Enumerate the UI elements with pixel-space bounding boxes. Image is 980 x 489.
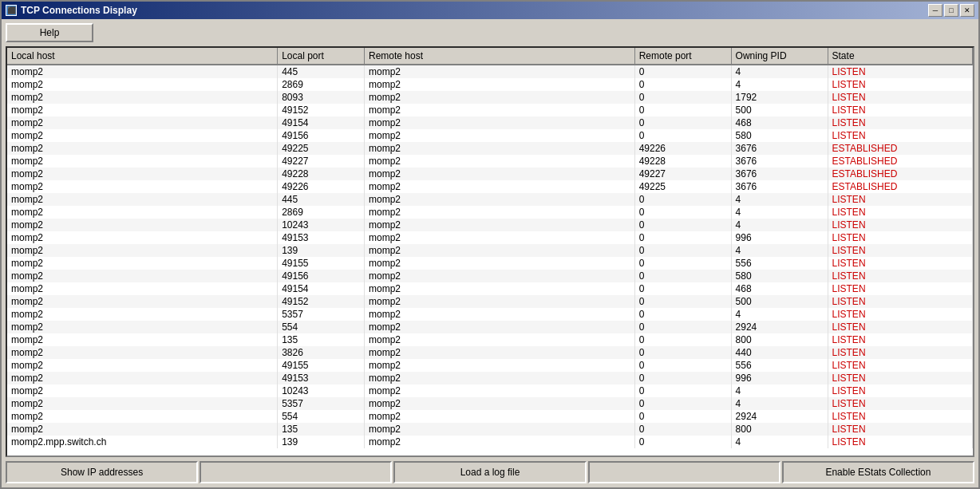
cell-col-remoteport: 0 xyxy=(634,372,731,384)
table-row[interactable]: momp249155momp20556LISTEN xyxy=(7,359,973,372)
cell-col-state: LISTEN xyxy=(828,384,972,397)
table-row[interactable]: momp249154momp20468LISTEN xyxy=(7,116,973,129)
cell-col-state: LISTEN xyxy=(828,321,972,333)
title-bar-left: ⬛ TCP Connections Display xyxy=(6,5,137,16)
table-row[interactable]: momp25357momp204LISTEN xyxy=(7,308,973,321)
load-log-button[interactable]: Load a log file xyxy=(393,461,586,483)
table-row[interactable]: momp2445momp204LISTEN xyxy=(7,65,973,78)
cell-col-localport: 49155 xyxy=(278,257,365,270)
table-row[interactable]: momp2139momp204LISTEN xyxy=(7,244,973,257)
cell-col-localhost: momp2 xyxy=(7,193,278,206)
cell-col-state: LISTEN xyxy=(828,244,972,257)
cell-col-remotehost: momp2 xyxy=(365,206,635,219)
cell-col-remotehost: momp2 xyxy=(365,410,635,423)
cell-col-remoteport: 49226 xyxy=(634,142,731,155)
table-header: Local host Local port Remote host Remote… xyxy=(7,48,973,65)
table-row[interactable]: momp210243momp204LISTEN xyxy=(7,219,973,231)
cell-col-localhost: momp2 xyxy=(7,65,278,78)
cell-col-pid: 3676 xyxy=(731,155,828,168)
cell-col-state: LISTEN xyxy=(828,410,972,423)
show-ip-button[interactable]: Show IP addresses xyxy=(6,461,198,483)
cell-col-state: LISTEN xyxy=(828,270,972,282)
table-row[interactable]: momp25357momp204LISTEN xyxy=(7,397,973,410)
connections-table-container[interactable]: Local host Local port Remote host Remote… xyxy=(6,46,974,457)
table-row[interactable]: momp249225momp2492263676ESTABLISHED xyxy=(7,142,973,155)
cell-col-state: LISTEN xyxy=(828,91,972,104)
cell-col-pid: 4 xyxy=(731,308,828,321)
cell-col-localport: 49225 xyxy=(278,142,365,155)
cell-col-remoteport: 0 xyxy=(634,282,731,295)
close-button[interactable]: ✕ xyxy=(960,4,974,17)
cell-col-localhost: momp2 xyxy=(7,129,278,142)
cell-col-localport: 139 xyxy=(278,244,365,257)
cell-col-remoteport: 0 xyxy=(634,397,731,410)
cell-col-pid: 4 xyxy=(731,78,828,91)
cell-col-state: LISTEN xyxy=(828,206,972,219)
cell-col-remoteport: 0 xyxy=(634,244,731,257)
table-row[interactable]: momp22869momp204LISTEN xyxy=(7,206,973,219)
cell-col-remotehost: momp2 xyxy=(365,65,635,78)
table-row[interactable]: momp28093momp201792LISTEN xyxy=(7,91,973,104)
cell-col-remotehost: momp2 xyxy=(365,282,635,295)
cell-col-remoteport: 0 xyxy=(634,436,731,448)
window-content: Help Local host Local port Remote host R… xyxy=(2,19,978,487)
table-row[interactable]: momp2.mpp.switch.ch139momp204LISTEN xyxy=(7,436,973,448)
col-header-localhost: Local host xyxy=(7,48,278,65)
table-row[interactable]: momp23826momp20440LISTEN xyxy=(7,346,973,359)
cell-col-remotehost: momp2 xyxy=(365,129,635,142)
table-row[interactable]: momp249226momp2492253676ESTABLISHED xyxy=(7,180,973,193)
table-row[interactable]: momp249153momp20996LISTEN xyxy=(7,372,973,384)
cell-col-remoteport: 0 xyxy=(634,270,731,282)
cell-col-pid: 800 xyxy=(731,333,828,346)
table-row[interactable]: momp2445momp204LISTEN xyxy=(7,193,973,206)
cell-col-pid: 4 xyxy=(731,193,828,206)
cell-col-localport: 135 xyxy=(278,423,365,436)
table-row[interactable]: momp2135momp20800LISTEN xyxy=(7,333,973,346)
connections-table: Local host Local port Remote host Remote… xyxy=(7,48,973,448)
cell-col-pid: 4 xyxy=(731,65,828,78)
table-row[interactable]: momp22869momp204LISTEN xyxy=(7,78,973,91)
cell-col-remoteport: 0 xyxy=(634,193,731,206)
cell-col-remotehost: momp2 xyxy=(365,180,635,193)
cell-col-remoteport: 0 xyxy=(634,384,731,397)
cell-col-remotehost: momp2 xyxy=(365,104,635,116)
cell-col-localport: 49227 xyxy=(278,155,365,168)
cell-col-pid: 580 xyxy=(731,129,828,142)
table-row[interactable]: momp249153momp20996LISTEN xyxy=(7,231,973,244)
minimize-button[interactable]: ─ xyxy=(928,4,942,17)
cell-col-pid: 2924 xyxy=(731,321,828,333)
cell-col-state: LISTEN xyxy=(828,219,972,231)
help-button[interactable]: Help xyxy=(6,23,93,42)
table-row[interactable]: momp2135momp20800LISTEN xyxy=(7,423,973,436)
title-bar: ⬛ TCP Connections Display ─ □ ✕ xyxy=(2,2,978,19)
cell-col-localhost: momp2 xyxy=(7,333,278,346)
table-row[interactable]: momp249152momp20500LISTEN xyxy=(7,104,973,116)
cell-col-localport: 3826 xyxy=(278,346,365,359)
table-row[interactable]: momp249228momp2492273676ESTABLISHED xyxy=(7,168,973,180)
cell-col-localhost: momp2 xyxy=(7,91,278,104)
col-header-localport: Local port xyxy=(278,48,365,65)
table-row[interactable]: momp249152momp20500LISTEN xyxy=(7,295,973,308)
table-row[interactable]: momp249155momp20556LISTEN xyxy=(7,257,973,270)
window-icon: ⬛ xyxy=(6,5,17,16)
table-row[interactable]: momp249227momp2492283676ESTABLISHED xyxy=(7,155,973,168)
restore-button[interactable]: □ xyxy=(944,4,958,17)
cell-col-remotehost: momp2 xyxy=(365,231,635,244)
table-row[interactable]: momp249154momp20468LISTEN xyxy=(7,282,973,295)
cell-col-localport: 49156 xyxy=(278,129,365,142)
table-row[interactable]: momp2554momp202924LISTEN xyxy=(7,321,973,333)
enable-estats-button[interactable]: Enable EStats Collection xyxy=(782,461,974,483)
cell-col-remotehost: momp2 xyxy=(365,78,635,91)
table-row[interactable]: momp249156momp20580LISTEN xyxy=(7,270,973,282)
cell-col-localhost: momp2 xyxy=(7,359,278,372)
status-spacer-2 xyxy=(588,461,780,483)
cell-col-localport: 49155 xyxy=(278,359,365,372)
table-row[interactable]: momp210243momp204LISTEN xyxy=(7,384,973,397)
cell-col-remotehost: momp2 xyxy=(365,384,635,397)
cell-col-remoteport: 0 xyxy=(634,321,731,333)
cell-col-remotehost: momp2 xyxy=(365,155,635,168)
cell-col-localport: 49153 xyxy=(278,372,365,384)
table-row[interactable]: momp2554momp202924LISTEN xyxy=(7,410,973,423)
table-row[interactable]: momp249156momp20580LISTEN xyxy=(7,129,973,142)
cell-col-state: LISTEN xyxy=(828,104,972,116)
